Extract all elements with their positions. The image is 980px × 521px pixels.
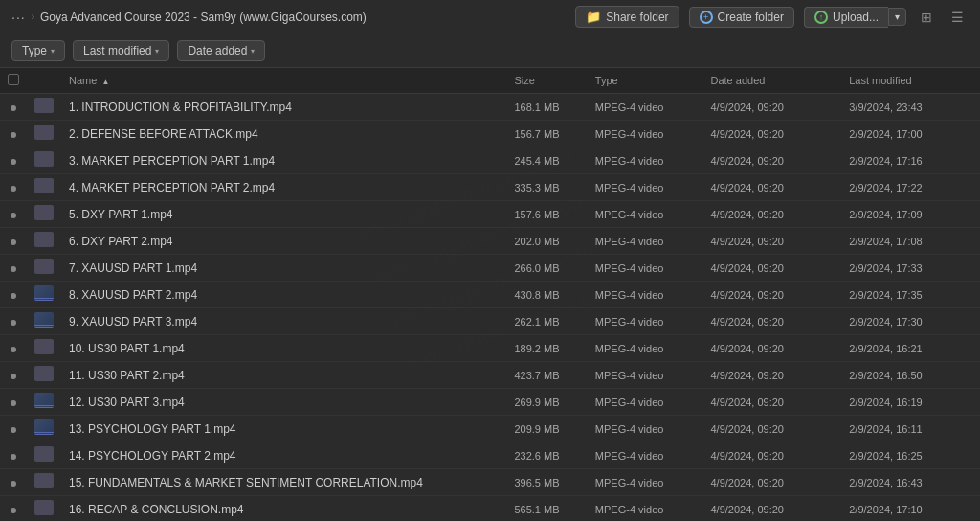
file-name: 12. US30 PART 3.mp4 [69, 396, 185, 409]
file-name: 16. RECAP & CONCLUSION.mp4 [69, 503, 244, 516]
row-name-cell[interactable]: 14. PSYCHOLOGY PART 2.mp4 [61, 442, 506, 469]
table-header: Name ▲ Size Type Date added Last modifie… [0, 68, 980, 94]
type-filter-button[interactable]: Type ▾ [11, 40, 65, 61]
file-name: 4. MARKET PERCEPTION PART 2.mp4 [69, 181, 275, 194]
upload-dropdown-arrow[interactable]: ▾ [888, 8, 906, 26]
row-size: 156.7 MB [506, 121, 587, 147]
row-date-added: 4/9/2024, 09:20 [702, 94, 841, 121]
row-file-icon-cell [27, 496, 61, 521]
table-row[interactable]: 15. FUNDAMENTALS & MARKET SENTIMENT CORR… [0, 469, 980, 496]
bullet-icon [11, 347, 16, 352]
row-date-added: 4/9/2024, 09:20 [702, 335, 841, 362]
view-list-button[interactable]: ☰ [947, 8, 969, 27]
table-row[interactable]: 10. US30 PART 1.mp4189.2 MBMPEG-4 video4… [0, 335, 980, 362]
row-last-modified: 2/9/2024, 16:21 [841, 335, 980, 362]
header-last-modified[interactable]: Last modified [841, 68, 980, 94]
header-name[interactable]: Name ▲ [61, 68, 506, 94]
row-date-added: 4/9/2024, 09:20 [702, 174, 841, 201]
last-modified-filter-label: Last modified [83, 44, 151, 57]
table-row[interactable]: 2. DEFENSE BEFORE ATTACK.mp4156.7 MBMPEG… [0, 121, 980, 147]
row-bullet [0, 362, 27, 389]
row-file-icon-cell [27, 335, 61, 362]
row-bullet [0, 308, 27, 335]
row-type: MPEG-4 video [588, 416, 703, 442]
row-date-added: 4/9/2024, 09:20 [702, 308, 841, 335]
row-bullet [0, 228, 27, 255]
table-row[interactable]: 16. RECAP & CONCLUSION.mp4565.1 MBMPEG-4… [0, 496, 980, 521]
file-name: 10. US30 PART 1.mp4 [69, 342, 185, 355]
row-size: 168.1 MB [506, 94, 587, 121]
row-file-icon-cell [27, 469, 61, 496]
file-name: 15. FUNDAMENTALS & MARKET SENTIMENT CORR… [69, 476, 423, 489]
date-added-filter-button[interactable]: Date added ▾ [177, 40, 265, 61]
file-icon [34, 500, 54, 515]
row-name-cell[interactable]: 11. US30 PART 2.mp4 [61, 362, 506, 389]
row-name-cell[interactable]: 6. DXY PART 2.mp4 [61, 228, 506, 255]
row-bullet [0, 201, 27, 228]
size-column-label: Size [514, 75, 534, 86]
row-name-cell[interactable]: 8. XAUUSD PART 2.mp4 [61, 282, 506, 308]
create-folder-button[interactable]: + Create folder [689, 7, 794, 28]
row-name-cell[interactable]: 10. US30 PART 1.mp4 [61, 335, 506, 362]
table-row[interactable]: 8. XAUUSD PART 2.mp4430.8 MBMPEG-4 video… [0, 282, 980, 308]
table-row[interactable]: 1. INTRODUCTION & PROFITABILITY.mp4168.1… [0, 94, 980, 121]
row-name-cell[interactable]: 2. DEFENSE BEFORE ATTACK.mp4 [61, 121, 506, 147]
row-name-cell[interactable]: 3. MARKET PERCEPTION PART 1.mp4 [61, 147, 506, 174]
table-row[interactable]: 7. XAUUSD PART 1.mp4266.0 MBMPEG-4 video… [0, 255, 980, 282]
name-sort-icon: ▲ [101, 78, 109, 86]
row-type: MPEG-4 video [588, 255, 703, 282]
row-type: MPEG-4 video [588, 442, 703, 469]
table-row[interactable]: 6. DXY PART 2.mp4202.0 MBMPEG-4 video4/9… [0, 228, 980, 255]
row-file-icon-cell [27, 282, 61, 308]
type-filter-chevron: ▾ [51, 47, 55, 56]
row-name-cell[interactable]: 13. PSYCHOLOGY PART 1.mp4 [61, 416, 506, 442]
row-name-cell[interactable]: 4. MARKET PERCEPTION PART 2.mp4 [61, 174, 506, 201]
file-icon [34, 312, 54, 328]
file-icon [34, 393, 54, 408]
row-bullet [0, 147, 27, 174]
type-filter-label: Type [22, 44, 47, 57]
row-name-cell[interactable]: 15. FUNDAMENTALS & MARKET SENTIMENT CORR… [61, 469, 506, 496]
header-date-added[interactable]: Date added [702, 68, 841, 94]
file-icon [34, 339, 54, 354]
more-options-icon[interactable]: ··· [11, 10, 26, 25]
file-icon [34, 232, 54, 247]
table-row[interactable]: 14. PSYCHOLOGY PART 2.mp4232.6 MBMPEG-4 … [0, 442, 980, 469]
view-grid-button[interactable]: ⊞ [916, 8, 937, 27]
table-row[interactable]: 3. MARKET PERCEPTION PART 1.mp4245.4 MBM… [0, 147, 980, 174]
date-added-column-label: Date added [710, 75, 765, 86]
file-name: 13. PSYCHOLOGY PART 1.mp4 [69, 422, 236, 436]
table-row[interactable]: 9. XAUUSD PART 3.mp4262.1 MBMPEG-4 video… [0, 308, 980, 335]
row-size: 396.5 MB [506, 469, 587, 496]
row-date-added: 4/9/2024, 09:20 [702, 147, 841, 174]
table-row[interactable]: 13. PSYCHOLOGY PART 1.mp4209.9 MBMPEG-4 … [0, 416, 980, 442]
row-name-cell[interactable]: 9. XAUUSD PART 3.mp4 [61, 308, 506, 335]
last-modified-column-label: Last modified [849, 75, 911, 86]
row-name-cell[interactable]: 1. INTRODUCTION & PROFITABILITY.mp4 [61, 94, 506, 121]
last-modified-filter-button[interactable]: Last modified ▾ [73, 40, 169, 61]
row-name-cell[interactable]: 5. DXY PART 1.mp4 [61, 201, 506, 228]
table-row[interactable]: 12. US30 PART 3.mp4269.9 MBMPEG-4 video4… [0, 389, 980, 416]
file-icon [34, 285, 54, 301]
table-row[interactable]: 11. US30 PART 2.mp4423.7 MBMPEG-4 video4… [0, 362, 980, 389]
upload-dropdown: ↑ Upload... ▾ [804, 7, 906, 28]
row-size: 423.7 MB [506, 362, 587, 389]
table-row[interactable]: 5. DXY PART 1.mp4157.6 MBMPEG-4 video4/9… [0, 201, 980, 228]
upload-button[interactable]: ↑ Upload... [804, 7, 888, 28]
share-folder-button[interactable]: 📁 Share folder [575, 6, 679, 28]
bullet-icon [11, 320, 16, 326]
upload-icon: ↑ [814, 11, 828, 24]
header-size[interactable]: Size [506, 68, 587, 94]
row-last-modified: 2/9/2024, 16:19 [841, 389, 980, 416]
header-type[interactable]: Type [588, 68, 703, 94]
row-date-added: 4/9/2024, 09:20 [702, 362, 841, 389]
row-name-cell[interactable]: 12. US30 PART 3.mp4 [61, 389, 506, 416]
bullet-icon [11, 400, 16, 406]
row-date-added: 4/9/2024, 09:20 [702, 228, 841, 255]
bullet-icon [11, 508, 16, 513]
select-all-checkbox[interactable] [8, 74, 19, 85]
top-bar: ··· › Goya Advanced Course 2023 - Sam9y … [0, 0, 980, 34]
table-row[interactable]: 4. MARKET PERCEPTION PART 2.mp4335.3 MBM… [0, 174, 980, 201]
row-name-cell[interactable]: 7. XAUUSD PART 1.mp4 [61, 255, 506, 282]
row-name-cell[interactable]: 16. RECAP & CONCLUSION.mp4 [61, 496, 506, 521]
